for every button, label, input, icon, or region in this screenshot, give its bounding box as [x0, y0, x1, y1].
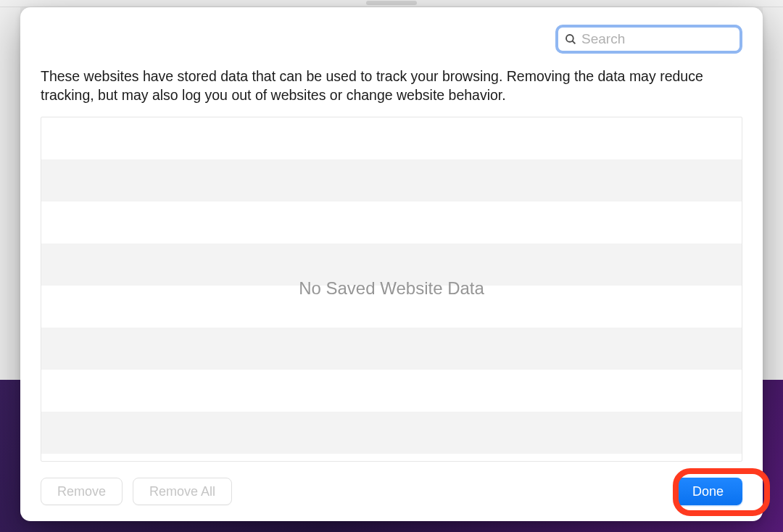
empty-state-label: No Saved Website Data — [299, 278, 484, 298]
window-notch — [366, 1, 417, 5]
done-button[interactable]: Done — [674, 478, 742, 505]
button-row: Remove Remove All Done — [41, 478, 742, 505]
list-row — [41, 370, 742, 412]
parent-window-titlebar — [0, 0, 783, 7]
search-icon — [564, 33, 577, 46]
website-data-list: No Saved Website Data — [41, 117, 742, 462]
search-field-wrap[interactable] — [555, 25, 742, 54]
search-row — [41, 25, 742, 54]
description-text: These websites have stored data that can… — [41, 67, 742, 105]
list-row — [41, 117, 742, 159]
svg-point-0 — [566, 35, 573, 42]
backdrop-left — [0, 7, 20, 380]
search-input[interactable] — [581, 31, 734, 47]
list-row — [41, 201, 742, 244]
remove-all-button[interactable]: Remove All — [133, 478, 232, 505]
list-row — [41, 328, 742, 370]
backdrop-right — [763, 7, 783, 380]
list-row — [41, 412, 742, 454]
website-data-sheet: These websites have stored data that can… — [20, 7, 763, 521]
svg-line-1 — [572, 41, 575, 43]
remove-button[interactable]: Remove — [41, 478, 123, 505]
list-row — [41, 159, 742, 201]
